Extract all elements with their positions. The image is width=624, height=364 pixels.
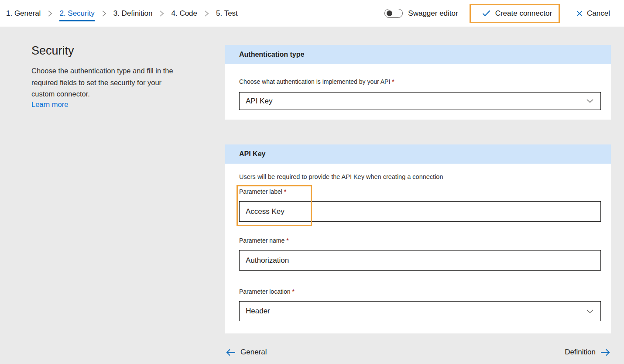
security-step-content: Security Choose the authentication type … xyxy=(0,27,624,364)
required-marker: * xyxy=(292,288,295,295)
api-key-card: API Key Users will be required to provid… xyxy=(225,144,611,333)
wizard-footer-nav: General Definition xyxy=(225,348,611,357)
back-to-general-link[interactable]: General xyxy=(226,348,267,357)
page-description: Choose the authentication type and fill … xyxy=(31,65,175,100)
arrow-left-icon xyxy=(226,349,236,356)
parameter-label-label: Parameter label* xyxy=(239,187,601,196)
wizard-top-bar: 1. General 2. Security 3. Definition 4. … xyxy=(0,0,624,27)
parameter-name-field: Parameter name* xyxy=(239,236,601,271)
create-connector-label: Create connector xyxy=(495,9,552,18)
security-form-panel: Authentication type Choose what authenti… xyxy=(225,45,611,357)
close-icon xyxy=(576,10,583,17)
next-to-definition-link[interactable]: Definition xyxy=(565,348,610,357)
chevron-right-icon xyxy=(102,10,106,17)
api-key-description: Users will be required to provide the AP… xyxy=(239,173,601,181)
field-label-text: Choose what authentication is implemente… xyxy=(239,78,390,85)
wizard-step-tabs: 1. General 2. Security 3. Definition 4. … xyxy=(0,0,238,27)
parameter-location-selected-value: Header xyxy=(246,307,270,316)
security-intro: Security Choose the authentication type … xyxy=(31,44,175,109)
authentication-type-card-header: Authentication type xyxy=(225,45,611,64)
authentication-type-card: Authentication type Choose what authenti… xyxy=(225,45,611,120)
create-connector-button[interactable]: Create connector xyxy=(471,5,559,22)
authentication-type-dropdown[interactable]: API Key xyxy=(239,92,601,110)
next-link-label: Definition xyxy=(565,348,596,357)
parameter-name-input[interactable] xyxy=(239,250,601,271)
field-label-text: Parameter label xyxy=(239,188,282,195)
chevron-right-icon xyxy=(160,10,164,17)
parameter-name-label: Parameter name* xyxy=(239,236,601,245)
learn-more-link[interactable]: Learn more xyxy=(31,100,68,109)
chevron-right-icon xyxy=(48,10,52,17)
tab-security[interactable]: 2. Security xyxy=(59,0,94,27)
tab-definition[interactable]: 3. Definition xyxy=(113,0,153,27)
authentication-type-card-body: Choose what authentication is implemente… xyxy=(225,64,611,120)
cancel-label: Cancel xyxy=(587,9,610,18)
authentication-type-selected-value: API Key xyxy=(246,97,272,106)
arrow-right-icon xyxy=(600,349,610,356)
chevron-down-icon xyxy=(586,99,593,103)
parameter-location-dropdown[interactable]: Header xyxy=(239,301,601,321)
authentication-type-field-label: Choose what authentication is implemente… xyxy=(239,77,601,86)
cancel-button[interactable]: Cancel xyxy=(572,9,610,18)
swagger-editor-toggle[interactable] xyxy=(384,9,403,18)
tab-code[interactable]: 4. Code xyxy=(171,0,197,27)
custom-connector-wizard: 1. General 2. Security 3. Definition 4. … xyxy=(0,0,624,364)
required-marker: * xyxy=(286,237,288,244)
api-key-card-body: Users will be required to provide the AP… xyxy=(225,164,611,333)
required-marker: * xyxy=(392,78,394,85)
tab-general[interactable]: 1. General xyxy=(6,0,41,27)
swagger-editor-label: Swagger editor xyxy=(408,9,458,18)
parameter-location-label: Parameter location* xyxy=(239,287,601,296)
required-marker: * xyxy=(284,188,286,195)
field-label-text: Parameter name xyxy=(239,237,285,244)
back-link-label: General xyxy=(240,348,267,357)
parameter-location-field: Parameter location* Header xyxy=(239,287,601,321)
top-bar-actions: Swagger editor Create connector Cancel xyxy=(384,4,624,23)
page-title: Security xyxy=(31,44,175,58)
parameter-label-input[interactable] xyxy=(239,201,601,222)
chevron-down-icon xyxy=(586,309,593,313)
parameter-label-field: Parameter label* xyxy=(239,187,601,222)
toggle-knob xyxy=(387,10,392,16)
check-icon xyxy=(482,10,490,17)
annotation-box-create-connector: Create connector xyxy=(470,4,560,23)
chevron-right-icon xyxy=(205,10,209,17)
tab-test[interactable]: 5. Test xyxy=(216,0,238,27)
field-label-text: Parameter location xyxy=(239,288,291,295)
api-key-card-header: API Key xyxy=(225,144,611,164)
